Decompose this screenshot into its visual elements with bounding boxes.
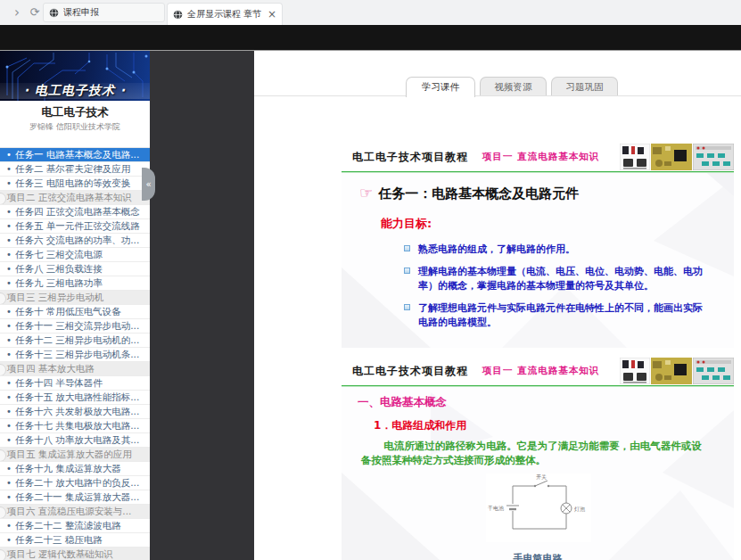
- bullet-dot-icon: •: [6, 205, 12, 218]
- sidebar-item-task-7[interactable]: •任务七 三相交流电源: [0, 248, 150, 262]
- sidebar-item-label: 任务十三 三相异步电动机条...: [15, 348, 139, 361]
- sidebar-section-project-5[interactable]: 项目五 集成运算放大器的应用: [0, 448, 150, 462]
- sidebar-item-label: 任务六 交流电路的功率、功...: [15, 234, 139, 247]
- sidebar-item-label: 任务十六 共发射极放大电路...: [15, 405, 139, 418]
- slide-header: 电工电子技术项目教程 项目一 直流电路基本知识: [342, 357, 734, 385]
- bullet-dot-icon: •: [6, 248, 12, 261]
- pcb-photo-3: [693, 358, 734, 384]
- bullet-dot-icon: •: [6, 533, 12, 547]
- bullet-dot-icon: •: [6, 219, 12, 233]
- pcb-photo-3: [693, 144, 734, 170]
- chapter-nav: •任务一 电路基本概念及电路... •任务二 基尔霍夫定律及应用 •任务三 电阻…: [0, 147, 150, 560]
- bullet-item: 了解理想电路元件与实际电路元件在电特性上的不同，能画出实际电路的电路模型。: [404, 301, 707, 330]
- sidebar-section-label: 项目七 逻辑代数基础知识: [7, 548, 113, 560]
- sidebar-section-label: 项目三 三相异步电动机: [7, 291, 103, 304]
- globe-icon: [49, 8, 59, 18]
- pcb-photos: [620, 144, 734, 170]
- bullet-dot-icon: •: [6, 490, 12, 504]
- sidebar-collapse-button[interactable]: «: [142, 168, 155, 201]
- sidebar-item-task-15[interactable]: •任务十五 放大电路性能指标...: [0, 391, 150, 405]
- battery-label: 干电池: [487, 505, 504, 512]
- sidebar-item-task-5[interactable]: •任务五 单一元件正弦交流线路: [0, 219, 150, 234]
- bullet-dot-icon: •: [6, 348, 12, 361]
- sidebar-item-task-22[interactable]: •任务二十二 整流滤波电路: [0, 519, 150, 533]
- sidebar-item-task-2[interactable]: •任务二 基尔霍夫定律及应用: [0, 162, 150, 177]
- tab-video[interactable]: 视频资源: [480, 77, 547, 96]
- tab-courseware[interactable]: 学习课件: [406, 77, 475, 97]
- sidebar-item-task-4[interactable]: •任务四 正弦交流电路基本概念: [0, 205, 150, 219]
- sidebar-item-task-12[interactable]: •任务十二 三相异步电动机的...: [0, 334, 150, 348]
- sidebar-item-task-21[interactable]: •任务二十一 集成运算放大器...: [0, 490, 150, 505]
- slide1-bullet-list: 熟悉电路的组成，了解电路的作用。 理解电路的基本物理量（电流、电压、电位、电动势…: [404, 243, 707, 330]
- slide-project-title: 项目一 直流电路基本知识: [482, 151, 599, 163]
- sidebar-item-task-23[interactable]: •任务二十三 稳压电路: [0, 533, 150, 548]
- bullet-dot-icon: •: [6, 177, 12, 190]
- browser-toolbar: › ⟳ 课程申报 全屏显示课程 章节 ×: [0, 0, 741, 25]
- main-panel: 学习课件 视频资源 习题巩固 电工电子技术项目教程 项目一 直流电路基本知识: [254, 51, 741, 560]
- bullet-dot-icon: •: [6, 419, 12, 432]
- bullet-dot-icon: •: [6, 305, 12, 318]
- sidebar-item-task-9[interactable]: •任务九 三相电路功率: [0, 276, 150, 291]
- sidebar-item-task-1[interactable]: •任务一 电路基本概念及电路...: [0, 148, 150, 162]
- bullet-dot-icon: •: [6, 262, 12, 276]
- slide-project-title: 项目一 直流电路基本知识: [482, 365, 599, 377]
- sidebar-section-project-7[interactable]: 项目七 逻辑代数基础知识: [0, 548, 150, 560]
- close-icon[interactable]: ×: [268, 10, 276, 20]
- slide-1: 电工电子技术项目教程 项目一 直流电路基本知识: [342, 143, 734, 348]
- sidebar-item-task-10[interactable]: •任务十 常用低压电气设备: [0, 305, 150, 319]
- sidebar-item-label: 任务二 基尔霍夫定律及应用: [15, 162, 130, 176]
- sidebar-section-label: 项目四 基本放大电路: [7, 362, 95, 375]
- square-bullet-icon: [404, 268, 410, 274]
- screen: › ⟳ 课程申报 全屏显示课程 章节 ×: [0, 0, 741, 560]
- slide-book-title: 电工电子技术项目教程: [352, 150, 468, 165]
- tab-exercise[interactable]: 习题巩固: [551, 77, 618, 96]
- sidebar-section-label: 项目六 直流稳压电源安装与...: [7, 505, 131, 518]
- sidebar-item-task-13[interactable]: •任务十三 三相异步电动机条...: [0, 348, 150, 362]
- browser-tab-course-apply[interactable]: 课程申报: [43, 3, 165, 22]
- forward-icon[interactable]: ›: [9, 4, 25, 21]
- slide-header-rule: [342, 385, 734, 387]
- sidebar-section-label: 项目五 集成运算放大器的应用: [7, 448, 132, 461]
- sidebar-item-task-18[interactable]: •任务十八 功率放大电路及其...: [0, 433, 150, 448]
- sidebar-section-project-2[interactable]: 项目二 正弦交流电路基本知识: [0, 191, 150, 205]
- collapse-icon: «: [145, 179, 151, 189]
- flashlight-circuit-diagram: 开关 干电池 灯泡: [486, 474, 591, 542]
- sidebar-item-task-19[interactable]: •任务十九 集成运算放大器: [0, 462, 150, 476]
- pcb-photo-1: [620, 144, 650, 170]
- browser-tab-fullscreen-course[interactable]: 全屏显示课程 章节 ×: [167, 3, 283, 25]
- sidebar-item-task-8[interactable]: •任务八 三相负载连接: [0, 262, 150, 276]
- square-bullet-icon: [404, 245, 410, 251]
- bullet-dot-icon: •: [6, 276, 12, 290]
- bullet-item: 理解电路的基本物理量（电流、电压、电位、电动势、电能、电功率）的概念，掌握电路的…: [404, 265, 707, 293]
- window-chrome-strip: [0, 25, 741, 51]
- sidebar-item-task-11[interactable]: •任务十一 三相交流异步电动...: [0, 319, 150, 334]
- slide1-goal-label: 能力目标:: [381, 216, 734, 232]
- pcb-photo-2: [651, 358, 692, 384]
- course-title: 电工电子技术: [0, 105, 150, 120]
- bullet-dot-icon: •: [6, 162, 12, 176]
- sidebar-item-task-16[interactable]: •任务十六 共发射极放大电路...: [0, 405, 150, 419]
- slide-2: 电工电子技术项目教程 项目一 直流电路基本知识: [342, 357, 734, 560]
- sidebar-section-project-4[interactable]: 项目四 基本放大电路: [0, 362, 150, 376]
- sidebar-item-task-20[interactable]: •任务二十 放大电路中的负反...: [0, 476, 150, 490]
- browser-tab-label: 课程申报: [63, 6, 159, 19]
- sidebar-section-project-6[interactable]: 项目六 直流稳压电源安装与...: [0, 505, 150, 519]
- bullet-dot-icon: •: [6, 476, 12, 490]
- sidebar-item-task-6[interactable]: •任务六 交流电路的功率、功...: [0, 234, 150, 248]
- sidebar-section-label: 项目二 正弦交流电路基本知识: [7, 191, 132, 204]
- sidebar-item-task-14[interactable]: •任务十四 半导体器件: [0, 376, 150, 391]
- bullet-item: 熟悉电路的组成，了解电路的作用。: [404, 243, 707, 257]
- sidebar-item-label: 任务十七 共集电极放大电路...: [15, 419, 139, 432]
- reload-icon[interactable]: ⟳: [27, 4, 43, 21]
- sidebar-section-project-3[interactable]: 项目三 三相异步电动机: [0, 291, 150, 305]
- sidebar-item-task-17[interactable]: •任务十七 共集电极放大电路...: [0, 419, 150, 433]
- sidebar-item-label: 任务十八 功率放大电路及其...: [15, 433, 139, 447]
- browser-tab-label: 全屏显示课程 章节: [187, 8, 264, 21]
- sidebar-item-label: 任务二十一 集成运算放大器...: [15, 490, 139, 504]
- sidebar-item-label: 任务二十 放大电路中的负反...: [15, 476, 139, 490]
- globe-icon: [173, 10, 183, 20]
- bullet-dot-icon: •: [6, 334, 12, 347]
- sidebar-item-label: 任务十五 放大电路性能指标...: [15, 391, 139, 404]
- sidebar-item-task-3[interactable]: •任务三 电阻电路的等效变换: [0, 177, 150, 191]
- pcb-photos: [620, 358, 734, 384]
